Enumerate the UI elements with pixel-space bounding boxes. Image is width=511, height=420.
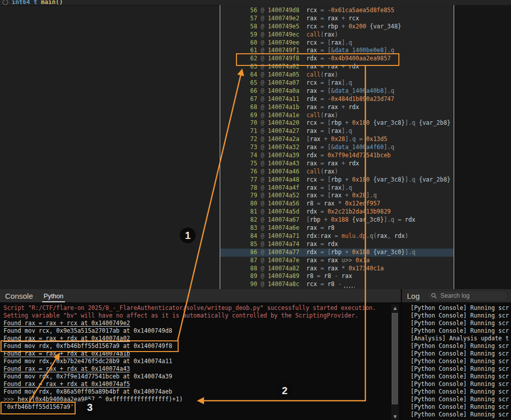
disasm-row[interactable]: 79 @ 140074a52 rax = [rax + 0x28].q — [220, 192, 454, 200]
token-call: mulu.dp — [342, 232, 366, 239]
horizontal-splitter-handle[interactable] — [344, 287, 355, 288]
console-line: Found mov rdx, 0xfb46bff55d1567a9 at 0x1… — [0, 342, 401, 350]
spacer — [299, 160, 306, 167]
token-reg: rax — [331, 184, 342, 191]
token-reg: rax — [306, 47, 317, 54]
address: 140074a82 — [268, 265, 299, 272]
log-line: [Python Console] Running scr — [402, 358, 511, 365]
token-q: .q — [345, 184, 352, 191]
disasm-row[interactable]: 78 @ 140074a4f rax = [rax].q — [220, 184, 454, 192]
log-line: [Python Console] Running scr — [402, 396, 511, 403]
spacer — [299, 200, 306, 207]
log-search-input[interactable] — [439, 292, 504, 300]
disasm-row[interactable]: 66 @ 140074a0a rax = [&data_1400a40b8].q — [220, 87, 454, 95]
function-name: main() — [41, 0, 63, 6]
token-q: .q — [408, 119, 416, 126]
token-reg: rbp — [327, 23, 338, 30]
address: 140074a74 — [268, 240, 299, 248]
disasm-row[interactable]: 84 @ 140074a71 rdx:rax = mulu.dp.q(rax, … — [220, 232, 454, 240]
disasm-row[interactable]: 73 @ 140074a32 rax = [&data_1400a4f60].q — [220, 144, 454, 152]
disasm-row[interactable]: 83 @ 140074a6e rax = r8 — [220, 224, 454, 232]
token-var: {var_3c8} — [369, 176, 404, 183]
scroll-down-button[interactable]: ▼ — [391, 414, 399, 420]
token-reg: rax — [327, 63, 338, 70]
token-op: = — [331, 232, 342, 239]
token-reg: rax — [327, 265, 338, 272]
disasm-row[interactable]: 65 @ 140074a07 rcx = [rax].q — [220, 79, 454, 87]
token-op: ) — [334, 112, 338, 119]
token-op: ] — [342, 127, 345, 134]
disasm-row[interactable]: 60 @ 1400749ee rcx = [rax].q — [220, 39, 454, 47]
disasm-row[interactable]: 81 @ 140074a5d rdx = 0x2c21b2da413b9829 — [220, 208, 454, 216]
tab-python[interactable]: Python — [42, 290, 65, 302]
token-op: - — [334, 281, 342, 288]
token-q: .q — [387, 47, 394, 54]
token-reg: rax — [306, 265, 317, 272]
log-line: [Python Console] Running scr — [402, 365, 511, 373]
at-separator: @ — [257, 31, 268, 38]
token-reg: rax — [331, 192, 342, 199]
disasm-row[interactable]: 58 @ 1400749e5 rcx = rbp + 0x200 {var_34… — [220, 23, 454, 31]
disasm-row[interactable]: 62 @ 1400749f8 rdx = -0x4b9400aa2ea9857 — [220, 55, 454, 63]
disasm-row[interactable]: 68 @ 140074a1b rax = rax + rdx — [220, 103, 454, 112]
console-line: Found mov rcx, 0x9e35a515a27017ab at 0x1… — [0, 327, 401, 335]
token-var: {var_2b8} — [416, 176, 451, 183]
il-index: 77 — [250, 176, 257, 183]
token-var: {var_3c0} — [369, 249, 404, 256]
disasm-row[interactable]: 90 @ 140074a8c rcx = r8 - — [220, 281, 454, 289]
token-reg: rax — [306, 103, 317, 111]
at-separator: @ — [257, 160, 268, 167]
token-call: call — [306, 71, 321, 78]
log-line: [Python Console] Running scr — [402, 373, 511, 380]
disasm-row[interactable]: 59 @ 1400749ec call(rax) — [220, 31, 454, 39]
disasm-row[interactable]: 86 @ 140074a77 rdx = [rbp + 0x188 {var_3… — [220, 249, 454, 257]
address: 140074a05 — [268, 71, 299, 78]
il-index: 76 — [250, 168, 257, 175]
disasm-row[interactable]: 80 @ 140074a56 r8 = rax * 0x12edf957 — [220, 200, 454, 208]
token-op: = [& — [317, 87, 335, 94]
disasm-row[interactable]: 75 @ 140074a43 rax = rax + rdx — [220, 160, 454, 168]
token-reg: rdx — [306, 208, 317, 215]
disassembly-panel[interactable]: 56 @ 1400749d8 rcx = -0x61ca5aea5d8fe855… — [220, 5, 454, 289]
scrollbar-thumb[interactable] — [392, 313, 398, 404]
il-index: 69 — [250, 112, 257, 119]
disasm-row[interactable]: 69 @ 140074a1e call(rax) — [220, 112, 454, 120]
il-index: 64 — [250, 71, 257, 78]
spacer — [299, 55, 306, 62]
disasm-row[interactable]: 57 @ 1400749e2 rax = rax + rcx — [220, 15, 454, 23]
il-index: 75 — [250, 160, 257, 167]
console-output[interactable]: Script "R:/CTF/flare-on 2025/8_-_FlareAu… — [0, 303, 401, 420]
disasm-row[interactable]: 67 @ 140074a11 rdx = -0x484d1b890a23d747 — [220, 95, 454, 103]
console-scrollbar[interactable]: ▲ ▼ — [391, 304, 399, 420]
at-separator: @ — [257, 208, 268, 215]
disasm-row[interactable]: 71 @ 140074a27 rax = [rax].q — [220, 127, 454, 135]
disasm-row[interactable]: 74 @ 140074a39 rdx = 0x7f9e14d77541bceb — [220, 152, 454, 160]
token-imm: 0x13d5 — [366, 135, 388, 143]
disasm-row[interactable]: 70 @ 140074a20 rcx = [rbp + 0x180 {var_3… — [220, 119, 454, 127]
log-search-box[interactable] — [427, 291, 508, 301]
console-line: Found mov rdx, 0x7f9e14d77541bceb at 0x1… — [0, 373, 401, 380]
disasm-row[interactable]: 87 @ 140074a7e rax = rax u>> 0x1a — [220, 257, 454, 265]
disasm-row[interactable]: 89 @ 140074a89 r8 = r8 - rax — [220, 272, 454, 281]
disasm-row[interactable]: 64 @ 140074a05 call(rax) — [220, 71, 454, 79]
address: 140074a48 — [268, 176, 299, 183]
disasm-row[interactable]: 77 @ 140074a48 rcx = [rbp + 0x180 {var_3… — [220, 176, 454, 184]
log-panel: Log [Python Console] Running scr[Python … — [402, 289, 511, 420]
scroll-up-button[interactable]: ▲ — [391, 305, 399, 311]
token-op: + — [338, 160, 349, 167]
disasm-row[interactable]: 85 @ 140074a74 rax = rdx — [220, 240, 454, 249]
log-line: [Python Console] Running scr — [402, 403, 511, 411]
at-separator: @ — [257, 176, 268, 183]
token-reg: rcx — [306, 39, 317, 46]
at-separator: @ — [257, 39, 268, 46]
disasm-row[interactable]: 82 @ 140074a67 [rbp + 0x188 {var_3c0}].q… — [220, 216, 454, 224]
at-separator: @ — [257, 184, 268, 191]
token-reg: rcx — [306, 7, 317, 14]
disasm-row[interactable]: 56 @ 1400749d8 rcx = -0x61ca5aea5d8fe855 — [220, 7, 454, 15]
disasm-row[interactable]: 88 @ 140074a82 rax = rax * 0x17340c1a — [220, 265, 454, 273]
disasm-row[interactable]: 76 @ 140074a46 call(rax) — [220, 168, 454, 176]
il-index: 79 — [250, 192, 257, 199]
disasm-row[interactable]: 72 @ 140074a2a [rax + 0x28].q = 0x13d5 — [220, 135, 454, 144]
disasm-row[interactable]: 63 @ 140074a02 rax = rax + rdx — [220, 63, 454, 71]
disasm-row[interactable]: 61 @ 1400749f1 rax = [&data_1400be0e8].q — [220, 47, 454, 55]
